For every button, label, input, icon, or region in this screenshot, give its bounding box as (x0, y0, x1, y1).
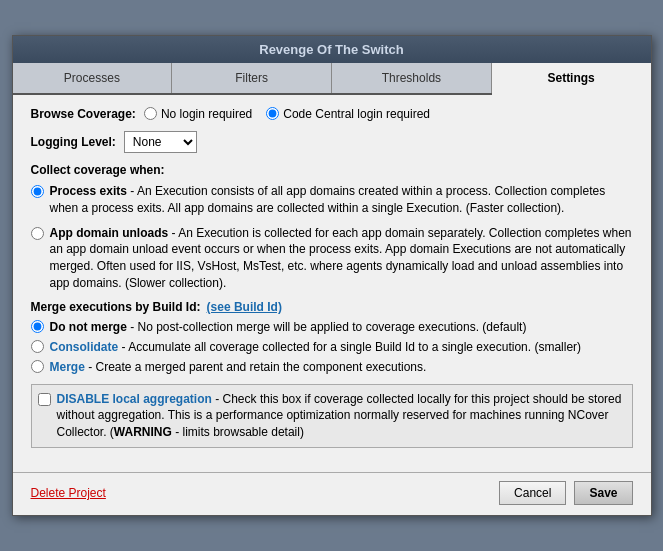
tab-thresholds[interactable]: Thresholds (332, 63, 492, 93)
merge-do-not-merge-radio[interactable] (31, 320, 44, 333)
merge-consolidate-text: Consolidate - Accumulate all coverage co… (50, 340, 582, 354)
collect-app-domain-text: App domain unloads - An Execution is col… (50, 225, 633, 292)
tab-bar: Processes Filters Thresholds Settings (13, 63, 651, 95)
disable-aggregation-block: DISABLE local aggregation - Check this b… (31, 384, 633, 448)
footer-buttons: Cancel Save (499, 481, 632, 505)
collect-process-exits-bold: Process exits (50, 184, 127, 198)
merge-merge: Merge - Create a merged parent and retai… (31, 360, 633, 374)
merge-merge-text: Merge - Create a merged parent and retai… (50, 360, 427, 374)
merge-consolidate: Consolidate - Accumulate all coverage co… (31, 340, 633, 354)
collect-app-domain-radio[interactable] (31, 227, 44, 240)
footer-divider (13, 472, 651, 473)
delete-project-link[interactable]: Delete Project (31, 486, 106, 500)
collect-app-domain-bold: App domain unloads (50, 226, 169, 240)
tab-settings[interactable]: Settings (492, 63, 651, 95)
browse-coverage-row: Browse Coverage: No login required Code … (31, 107, 633, 121)
collect-process-exits: Process exits - An Execution consists of… (31, 183, 633, 217)
browse-coverage-label: Browse Coverage: (31, 107, 136, 121)
disable-aggregation-text: DISABLE local aggregation - Check this b… (57, 391, 626, 441)
merge-consolidate-radio[interactable] (31, 340, 44, 353)
disable-aggregation-warning-desc: - limits browsable detail) (172, 425, 304, 439)
merge-build-id-link[interactable]: (see Build Id) (207, 300, 282, 314)
tab-processes[interactable]: Processes (13, 63, 173, 93)
browse-no-login-label: No login required (161, 107, 252, 121)
logging-level-row: Logging Level: None Low Medium High (31, 131, 633, 153)
merge-merge-radio[interactable] (31, 360, 44, 373)
settings-content: Browse Coverage: No login required Code … (13, 95, 651, 460)
browse-no-login: No login required (144, 107, 252, 121)
browse-code-central-radio[interactable] (266, 107, 279, 120)
footer: Delete Project Cancel Save (13, 481, 651, 515)
logging-level-select[interactable]: None Low Medium High (124, 131, 197, 153)
tab-filters[interactable]: Filters (172, 63, 332, 93)
merge-section-header: Merge executions by Build Id: (see Build… (31, 300, 633, 314)
save-button[interactable]: Save (574, 481, 632, 505)
collect-process-exits-text: Process exits - An Execution consists of… (50, 183, 633, 217)
browse-coverage-options: No login required Code Central login req… (144, 107, 430, 121)
dialog-title: Revenge Of The Switch (259, 42, 403, 57)
title-bar: Revenge Of The Switch (13, 36, 651, 63)
collect-app-domain: App domain unloads - An Execution is col… (31, 225, 633, 292)
collect-process-exits-desc: - An Execution consists of all app domai… (50, 184, 606, 215)
browse-no-login-radio[interactable] (144, 107, 157, 120)
merge-do-not-merge-text: Do not merge - No post-collection merge … (50, 320, 527, 334)
disable-aggregation-label: DISABLE local aggregation (57, 392, 212, 406)
logging-level-label: Logging Level: (31, 135, 116, 149)
collect-process-exits-radio[interactable] (31, 185, 44, 198)
browse-code-central-label: Code Central login required (283, 107, 430, 121)
merge-merge-bold: Merge (50, 360, 85, 374)
merge-header-text: Merge executions by Build Id: (31, 300, 201, 314)
merge-do-not-merge-bold: Do not merge (50, 320, 127, 334)
collect-coverage-header: Collect coverage when: (31, 163, 633, 177)
dialog: Revenge Of The Switch Processes Filters … (12, 35, 652, 516)
disable-aggregation-checkbox[interactable] (38, 393, 51, 406)
browse-code-central: Code Central login required (266, 107, 430, 121)
cancel-button[interactable]: Cancel (499, 481, 566, 505)
merge-do-not-merge: Do not merge - No post-collection merge … (31, 320, 633, 334)
disable-aggregation-warning: WARNING (114, 425, 172, 439)
merge-consolidate-bold: Consolidate (50, 340, 119, 354)
